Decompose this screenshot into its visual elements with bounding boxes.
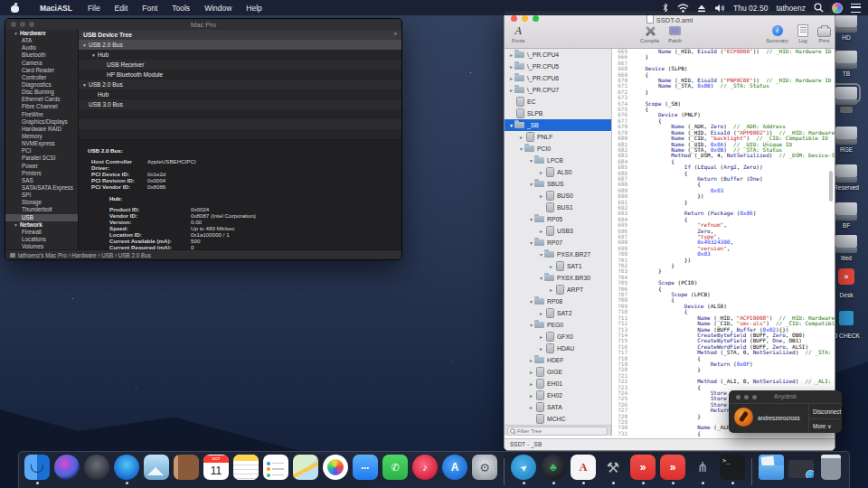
- usb-tree-row[interactable]: [79, 109, 401, 119]
- dock-item-anydesk[interactable]: »: [629, 455, 656, 484]
- dock-item-safari[interactable]: [113, 455, 140, 484]
- usb-tree-row[interactable]: [79, 119, 401, 129]
- acpi-tree-item-prcpu7[interactable]: ▸\_PR.CPU7: [505, 84, 611, 96]
- disclosure-triangle-icon[interactable]: ▸: [538, 228, 544, 234]
- usb-tree-row[interactable]: ▼USB 2.0 Bus: [79, 80, 401, 89]
- acpi-tree-item-sat1[interactable]: ▸SAT1: [505, 260, 611, 272]
- volume-icon[interactable]: [714, 4, 725, 13]
- dock-item-terminal[interactable]: >_: [719, 455, 746, 484]
- siri-icon[interactable]: [832, 3, 843, 14]
- disclosure-triangle-icon[interactable]: ▸: [538, 333, 544, 340]
- dock-item-anydesk-2[interactable]: »: [659, 455, 686, 484]
- acpi-tree-item-prcpu4[interactable]: ▸\_PR.CPU4: [505, 49, 611, 61]
- acpi-tree-item-hdef[interactable]: ▸HDEF: [505, 354, 611, 366]
- dock-item-trash[interactable]: [817, 455, 844, 480]
- sidebar-item-fibre-channel[interactable]: Fibre Channel: [5, 103, 78, 110]
- menu-item-font[interactable]: Font: [135, 4, 165, 13]
- dock-item-launchpad[interactable]: [83, 455, 110, 480]
- disclosure-triangle-icon[interactable]: ▾: [528, 239, 534, 246]
- disclosure-triangle-icon[interactable]: ▸: [508, 63, 514, 70]
- sidebar-item-graphics-displays[interactable]: Graphics/Displays: [5, 118, 78, 126]
- acpi-tree-item-gfx0[interactable]: ▸GFX0: [505, 331, 611, 343]
- disclosure-triangle-icon[interactable]: ▸: [528, 392, 534, 399]
- acpi-tree-item-eh02[interactable]: ▸EH02: [505, 389, 611, 401]
- acpi-tree-item-prcpu6[interactable]: ▸\_PR.CPU6: [505, 72, 611, 84]
- disclosure-triangle-icon[interactable]: ▸: [528, 404, 534, 410]
- acpi-tree-item-bus1[interactable]: BUS1: [505, 202, 611, 213]
- menu-user[interactable]: tathoenz: [776, 4, 806, 13]
- sidebar-item-memory[interactable]: Memory: [5, 133, 78, 140]
- menu-item-tools[interactable]: Tools: [165, 4, 197, 13]
- acpi-tree-item-sata[interactable]: ▸SATA: [505, 401, 611, 413]
- sidebar-item-ethernet-cards[interactable]: Ethernet Cards: [5, 96, 78, 103]
- acpi-tree-item-slpb[interactable]: SLPB: [505, 108, 611, 119]
- sidebar-item-locations[interactable]: Locations: [5, 236, 78, 243]
- usb-tree-row[interactable]: Hub: [79, 89, 401, 99]
- acpi-tree-sidebar[interactable]: ▸\_PR.CPU4▸\_PR.CPU5▸\_PR.CPU6▸\_PR.CPU7…: [505, 49, 612, 436]
- notification-center-icon[interactable]: [851, 4, 861, 13]
- more-button[interactable]: More ∨: [813, 423, 832, 429]
- disclosure-triangle-icon[interactable]: ▸: [548, 263, 554, 269]
- dock-item-itunes[interactable]: ♪: [411, 455, 439, 480]
- sidebar-item-firewall[interactable]: Firewall: [5, 229, 78, 236]
- acpi-tree-item-peg0[interactable]: ▾PEG0: [505, 319, 611, 331]
- disclosure-triangle-icon[interactable]: ▾: [538, 275, 544, 281]
- disclosure-triangle-icon[interactable]: ▸: [548, 286, 554, 293]
- sidebar-item-spi[interactable]: SPI: [5, 192, 78, 199]
- acpi-tree-item-arpt[interactable]: ▸ARPT: [505, 284, 611, 296]
- dock-item-photos[interactable]: [322, 455, 349, 480]
- apple-menu-icon[interactable]: [11, 4, 19, 13]
- dock-item-facetime[interactable]: ✆: [382, 455, 409, 480]
- acpi-tree-item-eh01[interactable]: ▸EH01: [505, 378, 611, 389]
- disclosure-triangle-icon[interactable]: ▸: [538, 310, 544, 316]
- sidebar-item-card-reader[interactable]: Card Reader: [5, 67, 78, 74]
- document-proxy-icon[interactable]: [646, 14, 654, 23]
- sidebar-item-hardware-raid[interactable]: Hardware RAID: [5, 126, 78, 133]
- disclosure-triangle-icon[interactable]: ▸: [528, 357, 534, 363]
- dock-item-finder[interactable]: [24, 455, 51, 484]
- sidebar-item-sas[interactable]: SAS: [5, 177, 78, 184]
- disclosure-triangle-icon[interactable]: ▾: [528, 298, 534, 305]
- disclosure-triangle-icon[interactable]: ▸: [528, 369, 534, 375]
- disconnect-button[interactable]: Disconnect: [813, 408, 841, 415]
- sidebar-item-nvmexpress[interactable]: NVMExpress: [5, 140, 78, 147]
- sidebar-item-bluetooth[interactable]: Bluetooth: [5, 52, 78, 59]
- sidebar-item-controller[interactable]: Controller: [5, 74, 78, 81]
- acpi-tree-item-pxsxbr27[interactable]: ▾PXSX.BR27: [505, 249, 611, 260]
- usb-tree-row[interactable]: ▼Hub: [79, 50, 401, 60]
- collapse-chevron-icon[interactable]: ˄: [393, 30, 397, 40]
- acpi-tree-item-pci0[interactable]: ▾PCI0: [505, 143, 611, 155]
- acpi-tree-item-prcpu5[interactable]: ▸\_PR.CPU5: [505, 61, 611, 72]
- menu-app-name[interactable]: MaciASL: [32, 4, 80, 13]
- editor-scrollbar[interactable]: [829, 171, 833, 202]
- sidebar-item-camera[interactable]: Camera: [5, 60, 78, 67]
- acpi-tree-item-rp08[interactable]: ▾RP08: [505, 296, 611, 307]
- summary-button[interactable]: i Summary: [766, 24, 788, 43]
- usb-tree-row[interactable]: USB 3.0 Bus: [79, 99, 401, 109]
- dock-item-contacts[interactable]: [173, 455, 200, 480]
- dock-item-siri[interactable]: [53, 455, 80, 480]
- acpi-tree-item-pnlf[interactable]: ▸PNLF: [505, 131, 611, 143]
- disclosure-triangle-icon[interactable]: ▾: [528, 181, 534, 187]
- acpi-tree-item-ec[interactable]: EC: [505, 96, 611, 108]
- dock-item-preview[interactable]: [143, 455, 170, 480]
- sidebar-item-thunderbolt[interactable]: Thunderbolt: [5, 206, 78, 213]
- wifi-icon[interactable]: [677, 4, 689, 13]
- dock-item-hackintool[interactable]: ⚒: [599, 455, 627, 484]
- dock-item-maciasl[interactable]: A: [570, 455, 597, 484]
- usb-tree-header[interactable]: USB Device Tree ˄: [79, 30, 401, 40]
- bluetooth-icon[interactable]: [662, 3, 669, 13]
- acpi-tree-item-lpcb[interactable]: ▾LPCB: [505, 155, 611, 166]
- filter-tree-input[interactable]: [507, 427, 608, 436]
- disclosure-triangle-icon[interactable]: ▾: [538, 251, 544, 258]
- acpi-tree-item-als0[interactable]: ▸ALS0: [505, 166, 611, 178]
- acpi-tree-item-rp05[interactable]: ▾RP05: [505, 213, 611, 225]
- disclosure-triangle-icon[interactable]: ▸: [528, 380, 534, 387]
- disclosure-triangle-icon[interactable]: ▾: [528, 216, 534, 222]
- dock-item-app-store[interactable]: A: [441, 455, 468, 480]
- compile-button[interactable]: Compile: [640, 24, 659, 43]
- dock-item-system-preferences[interactable]: ⚙: [471, 455, 498, 480]
- patch-button[interactable]: Patch: [668, 24, 682, 43]
- disclosure-triangle-icon[interactable]: ▸: [508, 75, 514, 81]
- menu-clock[interactable]: Thu 02.50: [733, 4, 768, 13]
